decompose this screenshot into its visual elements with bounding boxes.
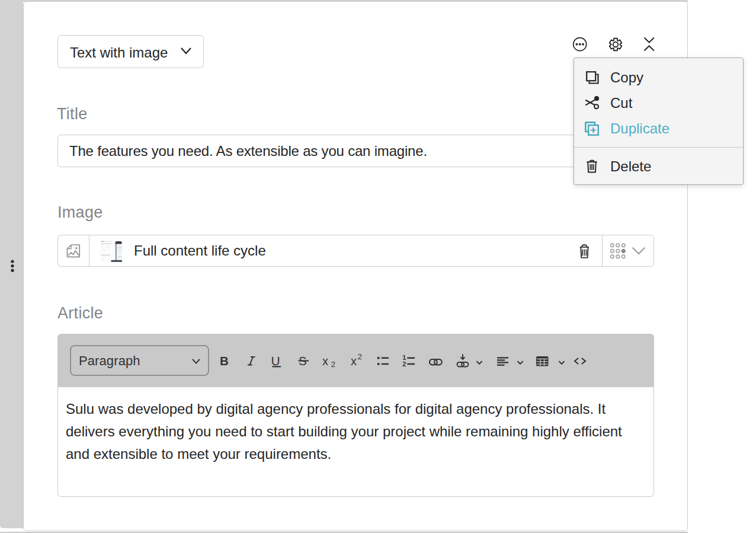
svg-text:x: x	[322, 355, 328, 368]
svg-text:2: 2	[358, 352, 363, 361]
svg-text:B: B	[220, 354, 229, 368]
svg-text:x: x	[351, 355, 357, 368]
svg-text:U: U	[271, 354, 280, 368]
svg-text:2: 2	[331, 360, 336, 369]
svg-text:2: 2	[402, 360, 406, 368]
